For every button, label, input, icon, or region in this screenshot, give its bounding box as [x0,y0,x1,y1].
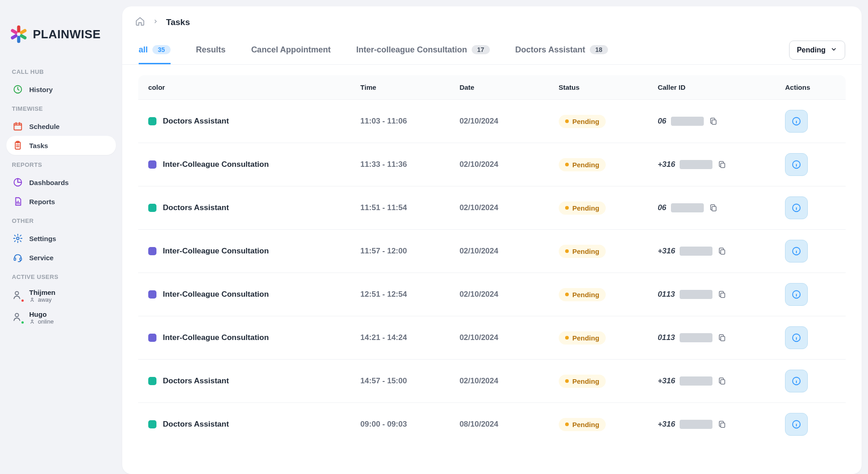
status-text: Pending [572,334,599,342]
doc-icon [13,196,23,206]
tabs-bar: all35ResultsCancel AppointmentInter-coll… [122,36,862,65]
svg-point-16 [31,320,33,321]
status-dot-icon [565,379,569,383]
caller-prefix: 0113 [658,290,675,299]
info-button[interactable] [785,196,808,219]
active-user[interactable]: Hugoonline [6,307,116,329]
table-row: Inter-Colleague Consultation11:57 - 12:0… [138,230,846,273]
tab-doctors-assistant[interactable]: Doctors Assistant18 [515,37,608,64]
tab-cancel-appointment[interactable]: Cancel Appointment [251,37,331,64]
status-dot-icon [21,320,25,325]
sidebar-item-label: Reports [29,198,55,206]
status-badge: Pending [559,201,606,215]
tab-count-badge: 35 [152,45,171,54]
sidebar-section-label: CALL HUB [6,62,116,80]
clipboard-icon [13,140,23,150]
table-header: Actions [775,75,846,100]
sidebar-item-history[interactable]: History [6,80,116,99]
tab-results[interactable]: Results [196,37,226,64]
user-icon [12,290,24,302]
table-header: Date [449,75,548,100]
caller-prefix: +316 [658,160,675,169]
svg-rect-23 [721,250,725,254]
category-label: Doctors Assistant [163,203,229,212]
caller-prefix: +316 [658,420,675,429]
tab-label: all [139,45,148,55]
filter-dropdown[interactable]: Pending [789,41,845,60]
sidebar-item-label: Dashboards [29,179,69,186]
main-panel: Tasks all35ResultsCancel AppointmentInte… [122,6,862,474]
info-button[interactable] [785,240,808,263]
status-dot-icon [565,293,569,296]
info-button[interactable] [785,370,808,392]
info-button[interactable] [785,153,808,176]
color-chip-icon [148,420,156,428]
copy-button[interactable] [717,419,727,429]
piechart-icon [13,177,23,187]
info-button[interactable] [785,110,808,133]
status-text: Pending [572,118,599,125]
user-icon [12,312,24,324]
category-label: Doctors Assistant [163,117,229,126]
time-cell: 09:00 - 09:03 [350,403,449,446]
svg-rect-19 [721,163,725,168]
info-button[interactable] [785,283,808,306]
svg-rect-31 [721,423,725,428]
copy-button[interactable] [717,289,727,299]
copy-button[interactable] [717,246,727,256]
sidebar-item-settings[interactable]: Settings [6,229,116,248]
category-label: Doctors Assistant [163,420,229,429]
sidebar-item-schedule[interactable]: Schedule [6,117,116,136]
sidebar-item-label: Settings [29,235,56,242]
caller-prefix: +316 [658,376,675,386]
info-button[interactable] [785,413,808,436]
category-label: Inter-Colleague Consultation [163,160,269,169]
status-dot-icon [21,299,25,303]
color-chip-icon [148,160,156,169]
table-header: Caller ID [648,75,775,100]
tab-label: Doctors Assistant [515,45,585,55]
user-name: Thijmen [29,289,56,296]
calendar-icon [13,121,23,131]
sidebar-item-dashboards[interactable]: Dashboards [6,173,116,192]
status-dot-icon [565,422,569,426]
date-cell: 02/10/2024 [449,273,548,316]
status-text: Pending [572,421,599,428]
status-badge: Pending [559,331,606,345]
info-button[interactable] [785,326,808,349]
caller-prefix: 06 [658,117,666,126]
tab-label: Results [196,45,226,55]
svg-rect-1 [19,28,27,35]
category-label: Inter-Colleague Consultation [163,247,269,256]
status-badge: Pending [559,158,606,171]
sidebar-section-label: OTHER [6,211,116,229]
tab-all[interactable]: all35 [139,37,171,64]
status-text: Pending [572,161,599,169]
svg-rect-11 [14,258,16,261]
sidebar-item-reports[interactable]: Reports [6,192,116,211]
sidebar-item-service[interactable]: Service [6,248,116,267]
home-icon[interactable] [135,16,145,28]
copy-button[interactable] [717,333,727,343]
svg-rect-4 [10,34,18,40]
sidebar-item-tasks[interactable]: Tasks [6,136,116,155]
status-badge: Pending [559,245,606,258]
user-name: Hugo [29,310,54,318]
caller-prefix: 0113 [658,333,675,342]
table-header: color [138,75,351,100]
copy-button[interactable] [717,160,727,170]
status-badge: Pending [559,375,606,388]
copy-button[interactable] [708,116,718,126]
svg-point-10 [16,237,19,240]
svg-rect-3 [17,36,21,43]
status-badge: Pending [559,418,606,431]
tab-inter-colleague-consultation[interactable]: Inter-colleague Consultation17 [356,37,490,64]
copy-button[interactable] [717,376,727,386]
table-row: Doctors Assistant11:51 - 11:5402/10/2024… [138,186,846,230]
tab-count-badge: 18 [590,45,608,54]
active-user[interactable]: Thijmenaway [6,285,116,307]
caller-id-masked [680,290,712,299]
copy-button[interactable] [708,203,718,213]
status-badge: Pending [559,115,606,128]
table-row: Inter-Colleague Consultation14:21 - 14:2… [138,316,846,360]
